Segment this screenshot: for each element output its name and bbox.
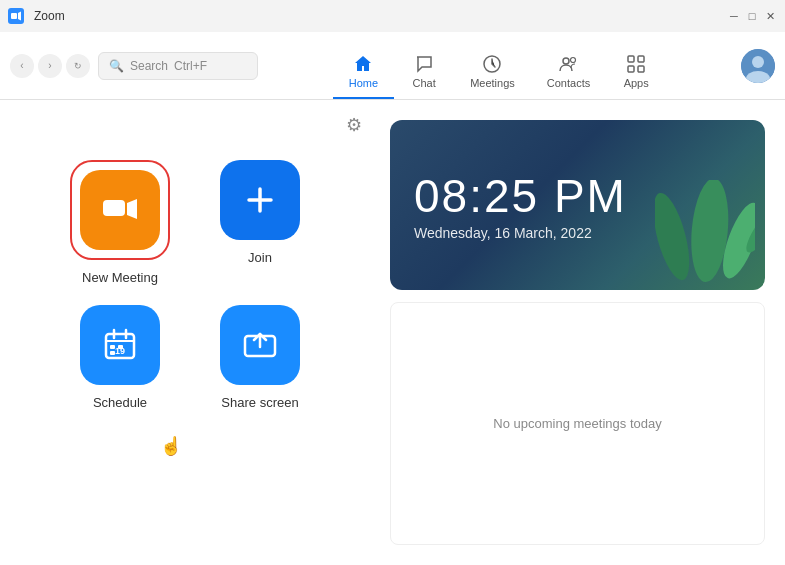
new-meeting-highlight [70,160,170,260]
tab-home[interactable]: Home [333,50,394,99]
tab-apps-label: Apps [624,77,649,89]
search-label: Search [130,59,168,73]
schedule-label: Schedule [93,395,147,410]
search-box[interactable]: 🔍 Search Ctrl+F [98,52,258,80]
tab-meetings-label: Meetings [470,77,515,89]
tab-contacts[interactable]: Contacts [531,50,606,99]
tab-meetings[interactable]: Meetings [454,50,531,99]
title-bar-left: Zoom [8,8,65,24]
avatar[interactable] [741,49,775,83]
join-button[interactable] [220,160,300,240]
svg-rect-6 [628,56,634,62]
plant-svg [655,180,755,290]
search-shortcut: Ctrl+F [174,59,207,73]
new-meeting-button[interactable] [80,170,160,250]
contacts-icon [558,54,578,74]
action-item-join[interactable]: Join [210,160,310,285]
back-button[interactable]: ‹ [10,54,34,78]
main-content: ⚙ New Meeting ☝ [0,100,785,565]
svg-rect-8 [628,66,634,72]
svg-marker-2 [18,12,21,21]
share-screen-icon [241,326,279,364]
minimize-button[interactable]: ─ [727,9,741,23]
forward-button[interactable]: › [38,54,62,78]
svg-point-28 [687,180,732,284]
no-meetings-text: No upcoming meetings today [493,416,661,431]
svg-point-11 [752,56,764,68]
nav-buttons: ‹ › ↻ [10,54,90,78]
apps-icon [626,54,646,74]
clock-date: Wednesday, 16 March, 2022 [414,225,741,241]
new-meeting-label: New Meeting [82,270,158,285]
title-bar: Zoom ─ □ ✕ [0,0,785,32]
content-left: ⚙ New Meeting ☝ [0,100,380,565]
refresh-button[interactable]: ↻ [66,54,90,78]
calendar-card: 08:25 PM Wednesday, 16 March, 2022 [390,120,765,290]
toolbar: ‹ › ↻ 🔍 Search Ctrl+F Home Chat [0,32,785,100]
tab-chat-label: Chat [413,77,436,89]
no-meetings-panel: No upcoming meetings today [390,302,765,545]
clock-time: 08:25 PM [414,173,741,219]
window-title: Zoom [34,9,65,23]
tab-chat[interactable]: Chat [394,50,454,99]
tab-apps[interactable]: Apps [606,50,666,99]
svg-rect-1 [11,13,17,19]
zoom-logo-icon [8,8,24,24]
action-item-share-screen[interactable]: Share screen [210,305,310,410]
svg-point-29 [715,198,755,282]
camera-icon [101,191,139,229]
nav-tabs: Home Chat Meetings Contacts [266,32,733,99]
plant-decoration [655,180,755,290]
window-controls: ─ □ ✕ [727,9,777,23]
svg-rect-9 [638,66,644,72]
schedule-button[interactable]: 19 [80,305,160,385]
maximize-button[interactable]: □ [745,9,759,23]
search-icon: 🔍 [109,59,124,73]
meetings-icon [482,54,502,74]
chat-icon [414,54,434,74]
join-label: Join [248,250,272,265]
svg-point-4 [563,58,569,64]
cursor-icon: ☝ [160,435,182,457]
home-icon [353,54,373,74]
svg-point-5 [571,58,576,63]
close-button[interactable]: ✕ [763,9,777,23]
settings-icon[interactable]: ⚙ [346,114,362,136]
svg-marker-14 [127,199,137,219]
tab-contacts-label: Contacts [547,77,590,89]
action-grid: New Meeting ☝ Join [70,160,310,410]
svg-point-30 [741,202,755,257]
action-item-new-meeting[interactable]: New Meeting ☝ [70,160,170,285]
share-screen-button[interactable] [220,305,300,385]
join-icon [241,181,279,219]
calendar-icon: 19 [101,326,139,364]
content-right: 08:25 PM Wednesday, 16 March, 2022 No up… [380,100,785,565]
action-item-schedule[interactable]: 19 Schedule [70,305,170,410]
svg-point-27 [655,189,697,283]
avatar-image [741,49,775,83]
share-screen-label: Share screen [221,395,298,410]
svg-rect-13 [103,200,125,216]
svg-text:19: 19 [115,346,125,356]
svg-rect-7 [638,56,644,62]
tab-home-label: Home [349,77,378,89]
